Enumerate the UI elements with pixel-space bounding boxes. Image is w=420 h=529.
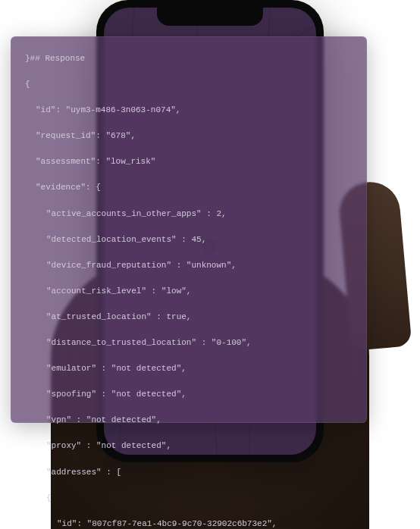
code-line: "detected_location_events" : 45, xyxy=(25,233,363,246)
code-line: "request_id": "678", xyxy=(25,130,363,142)
phone-notch xyxy=(157,8,263,26)
code-line: "emulator" : "not detected", xyxy=(25,362,363,375)
code-line: { xyxy=(25,492,363,505)
code-line: { xyxy=(25,78,363,91)
code-line: "account_risk_level" : "low", xyxy=(25,285,363,298)
code-line: "at_trusted_location" : true, xyxy=(25,311,363,324)
code-block: }## Response { "id": "uym3-m486-3n063-n0… xyxy=(25,52,363,529)
code-line: }## Response xyxy=(25,52,363,65)
code-line: "distance_to_trusted_location" : "0-100"… xyxy=(25,336,363,349)
api-response-code-panel: }## Response { "id": "uym3-m486-3n063-n0… xyxy=(11,36,367,423)
code-line: "assessment": "low_risk" xyxy=(25,155,363,168)
code-line: "spoofing" : "not detected", xyxy=(25,388,363,401)
code-line: "vpn" : "not detected", xyxy=(25,414,363,427)
code-line: "addresses" : [ xyxy=(25,466,363,479)
code-line: "device_fraud_reputation" : "unknown", xyxy=(25,259,363,272)
code-line: "id": "807cf87-7ea1-4bc9-9c70-32902c6b73… xyxy=(25,518,363,529)
code-line: "id": "uym3-m486-3n063-n074", xyxy=(25,104,363,117)
code-line: "active_accounts_in_other_apps" : 2, xyxy=(25,208,363,221)
code-line: "proxy" : "not detected", xyxy=(25,440,363,452)
code-line: "evidence": { xyxy=(25,181,363,194)
